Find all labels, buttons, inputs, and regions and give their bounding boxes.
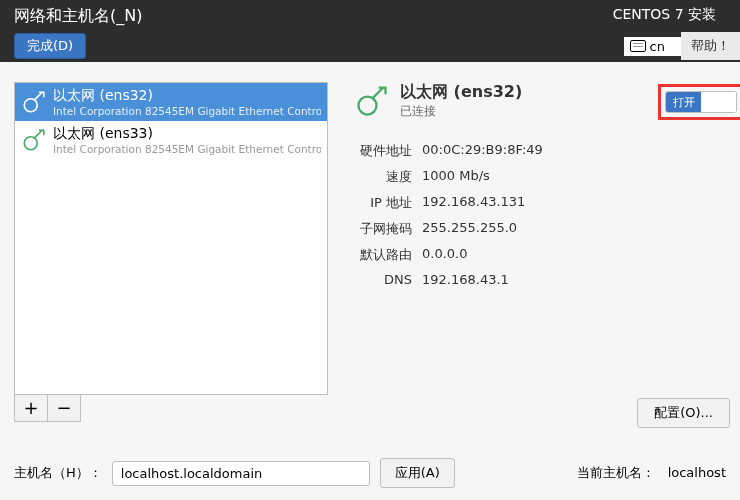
connection-toggle[interactable]: 打开 xyxy=(665,91,737,113)
nic-detail: 以太网 (ens32) 已连接 打开 硬件地址 00:0C:29:B9:8F:4… xyxy=(328,82,740,422)
prop-value: 00:0C:29:B9:8F:49 xyxy=(422,142,724,160)
prop-key: 默认路由 xyxy=(354,246,412,264)
toggle-off-side xyxy=(701,92,736,112)
nic-panel: 以太网 (ens32) Intel Corporation 82545EM Gi… xyxy=(14,82,328,422)
prop-value: 192.168.43.1 xyxy=(422,272,724,287)
content-area: 以太网 (ens32) Intel Corporation 82545EM Gi… xyxy=(0,62,740,422)
current-hostname-value: localhost xyxy=(668,465,726,480)
prop-key: DNS xyxy=(354,272,412,287)
page-title: 网络和主机名(_N) xyxy=(14,6,603,27)
detail-title: 以太网 (ens32) xyxy=(400,82,522,103)
prop-value: 192.168.43.131 xyxy=(422,194,724,212)
prop-value: 1000 Mb/s xyxy=(422,168,724,186)
keyboard-layout-label: cn xyxy=(650,39,665,54)
prop-key: 速度 xyxy=(354,168,412,186)
installer-label: CENTOS 7 安装 xyxy=(613,6,740,24)
detail-status: 已连接 xyxy=(400,103,522,120)
apply-button[interactable]: 应用(A) xyxy=(380,458,455,488)
done-button[interactable]: 完成(D) xyxy=(14,33,86,59)
nic-sub: Intel Corporation 82545EM Gigabit Ethern… xyxy=(53,105,321,117)
nic-sub: Intel Corporation 82545EM Gigabit Ethern… xyxy=(53,143,321,155)
current-hostname-label: 当前主机名： xyxy=(577,465,655,480)
help-button[interactable]: 帮助！ xyxy=(681,32,740,60)
add-nic-button[interactable]: + xyxy=(14,394,48,422)
prop-key: IP 地址 xyxy=(354,194,412,212)
nic-icon xyxy=(21,127,47,153)
prop-key: 硬件地址 xyxy=(354,142,412,160)
nic-icon xyxy=(354,83,390,119)
nic-name: 以太网 (ens33) xyxy=(53,125,321,143)
prop-key: 子网掩码 xyxy=(354,220,412,238)
hostname-input[interactable] xyxy=(112,461,370,486)
prop-value: 0.0.0.0 xyxy=(422,246,724,264)
toggle-on-label: 打开 xyxy=(666,92,701,112)
keyboard-icon xyxy=(630,40,646,52)
configure-button[interactable]: 配置(O)... xyxy=(637,398,730,428)
nic-icon xyxy=(21,89,47,115)
nic-list[interactable]: 以太网 (ens32) Intel Corporation 82545EM Gi… xyxy=(14,82,328,395)
keyboard-layout-badge[interactable]: cn xyxy=(624,37,681,56)
nic-name: 以太网 (ens32) xyxy=(53,87,321,105)
nic-row-ens33[interactable]: 以太网 (ens33) Intel Corporation 82545EM Gi… xyxy=(15,121,327,159)
header-bar: 网络和主机名(_N) 完成(D) CENTOS 7 安装 cn 帮助！ xyxy=(0,0,740,62)
remove-nic-button[interactable]: − xyxy=(47,394,81,422)
detail-properties: 硬件地址 00:0C:29:B9:8F:49 速度 1000 Mb/s IP 地… xyxy=(354,142,724,287)
hostname-label: 主机名（H）： xyxy=(14,464,102,482)
toggle-highlight: 打开 xyxy=(658,84,740,120)
nic-row-ens32[interactable]: 以太网 (ens32) Intel Corporation 82545EM Gi… xyxy=(15,83,327,121)
prop-value: 255.255.255.0 xyxy=(422,220,724,238)
hostname-bar: 主机名（H）： 应用(A) 当前主机名： localhost xyxy=(0,458,740,488)
